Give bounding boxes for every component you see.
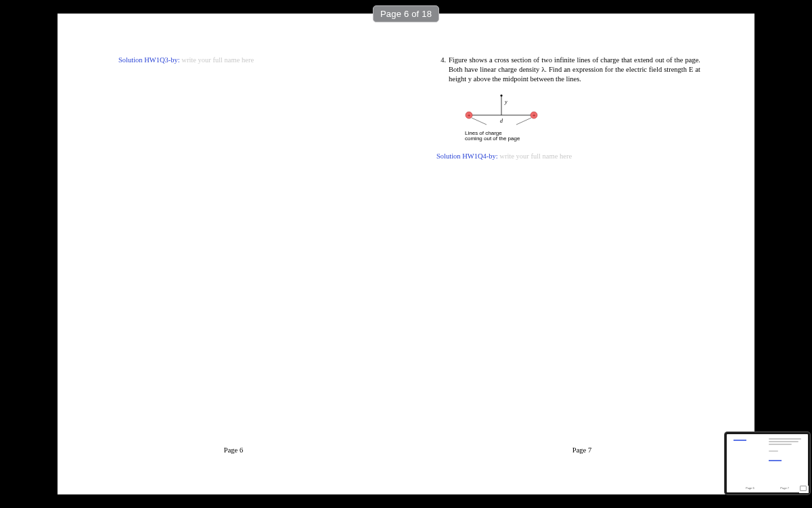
problem-text-content: Figure shows a cross section of two infi… bbox=[449, 56, 700, 83]
caption-line2: coming out of the page bbox=[465, 135, 520, 142]
plus-icon-right: + bbox=[533, 112, 536, 119]
d-label: d bbox=[500, 118, 503, 124]
thumbnail-page-left bbox=[734, 438, 766, 442]
thumbnail-foot-left: Page 6 bbox=[746, 486, 754, 490]
solution-label-right: Solution HW1Q4-by: bbox=[436, 152, 498, 160]
thumbnail-content: Page 6 Page 7 bbox=[727, 434, 808, 492]
solution-header-right: Solution HW1Q4-by: write your full name … bbox=[436, 152, 700, 161]
plus-icon-left: + bbox=[468, 112, 471, 119]
figure-caption: Lines of charge coming out of the page bbox=[465, 131, 700, 143]
pdf-spread-viewer[interactable]: Solution HW1Q3-by: write your full name … bbox=[58, 14, 754, 494]
page-footer-right: Page 7 bbox=[409, 446, 754, 454]
solution-placeholder-left: write your full name here bbox=[181, 56, 254, 64]
problem-text: Figure shows a cross section of two infi… bbox=[449, 56, 700, 161]
caption-line1: Lines of charge bbox=[465, 130, 502, 136]
page-footer-left: Page 6 bbox=[58, 446, 409, 454]
thumbnail-page-right bbox=[769, 438, 801, 463]
solution-header-left: Solution HW1Q3-by: write your full name … bbox=[118, 56, 382, 65]
page-indicator-text: Page 6 of 18 bbox=[380, 9, 432, 19]
svg-line-6 bbox=[516, 118, 531, 125]
thumbnail-foot-right: Page 7 bbox=[780, 486, 789, 490]
solution-label-left: Solution HW1Q3-by: bbox=[118, 56, 180, 64]
problem-4: 4. Figure shows a cross section of two i… bbox=[436, 56, 700, 161]
page-indicator-hud: Page 6 of 18 bbox=[373, 5, 439, 22]
y-label: y bbox=[504, 99, 508, 105]
page-left: Solution HW1Q3-by: write your full name … bbox=[58, 14, 409, 494]
problem-number: 4. bbox=[436, 56, 446, 161]
page-right: 4. Figure shows a cross section of two i… bbox=[409, 14, 754, 494]
figure-diagram: y + + d bbox=[461, 93, 556, 125]
svg-point-1 bbox=[500, 94, 502, 96]
thumbnail-navigator[interactable]: Page 6 Page 7 bbox=[725, 432, 810, 494]
resize-handle-icon[interactable] bbox=[799, 486, 809, 493]
solution-placeholder-right: write your full name here bbox=[499, 152, 572, 160]
svg-line-5 bbox=[472, 118, 487, 125]
